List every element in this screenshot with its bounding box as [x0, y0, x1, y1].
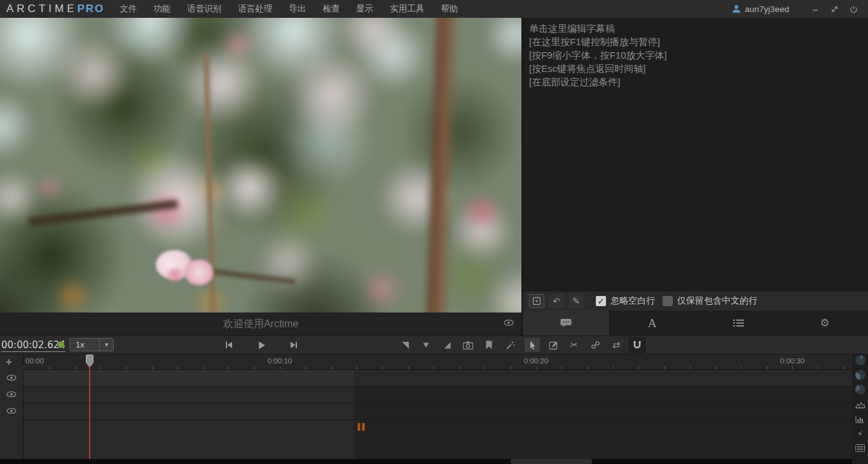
checkbox-checked[interactable]: ✓ — [596, 296, 606, 306]
screenshot-button[interactable] — [460, 337, 476, 353]
bar-chart-icon[interactable] — [855, 414, 865, 424]
swap-tool[interactable]: ⇄ — [608, 337, 624, 353]
pie-indicator-icon-3[interactable] — [855, 384, 865, 395]
minimize-button[interactable] — [808, 3, 822, 15]
subtitle-preview-bar: 欢迎使用Arctime — [0, 313, 521, 335]
add-track-button[interactable]: + — [6, 356, 12, 369]
pie-indicator-icon-2[interactable] — [855, 370, 865, 380]
import-text-button[interactable] — [529, 294, 544, 308]
ruler-tick — [715, 367, 716, 369]
menu-check[interactable]: 检查 — [322, 3, 340, 15]
scrollbar-thumb[interactable] — [511, 459, 592, 464]
menu-export[interactable]: 导出 — [289, 3, 306, 15]
editor-hint-line: [在这里按F1键控制播放与暂停] — [529, 35, 862, 48]
ruler-tick — [228, 367, 229, 369]
ruler-tick — [665, 367, 665, 369]
ruler-tick — [844, 367, 844, 369]
speech-bubble-icon — [560, 318, 572, 328]
playhead-line — [89, 365, 90, 459]
tab-settings[interactable]: ⚙ — [782, 311, 868, 335]
tab-subtitle-list[interactable] — [696, 311, 782, 335]
play-button[interactable] — [255, 339, 268, 351]
power-button[interactable] — [846, 3, 860, 15]
tab-style[interactable]: A — [609, 311, 696, 335]
subtitle-clip[interactable] — [357, 423, 361, 431]
playback-speed-select[interactable]: 1x ▾ — [69, 338, 114, 351]
ruler-tick — [24, 367, 24, 369]
menu-language-processing[interactable]: 语言处理 — [238, 3, 272, 15]
ruler-tick — [75, 367, 76, 369]
checkbox-label: 仅保留包含中文的行 — [677, 295, 757, 307]
checkbox-label: 忽略空白行 — [610, 295, 655, 307]
skip-to-start-button[interactable] — [223, 339, 235, 351]
fill-gap-tool[interactable] — [439, 337, 455, 353]
drop-down-tool[interactable] — [418, 337, 434, 353]
edit-subtitle-tool[interactable] — [545, 337, 561, 353]
skip-to-end-button[interactable] — [287, 339, 300, 351]
resize-button[interactable] — [827, 3, 841, 15]
ruler-tick — [613, 367, 614, 369]
editor-hint-line: [按F9缩小字体，按F10放大字体] — [529, 48, 862, 62]
undo-button[interactable]: ↶ — [549, 294, 564, 308]
ignore-blank-lines-option[interactable]: ✓ 忽略空白行 — [596, 295, 655, 307]
editor-toolbar: ↶ ✎ ✓ 忽略空白行 仅保留包含中文的行 — [523, 292, 868, 311]
menu-display[interactable]: 显示 — [356, 3, 373, 15]
ruler-time-label: 0:00:10 — [268, 357, 292, 365]
editor-hint-line: 单击这里编辑字幕稿 — [529, 22, 862, 35]
log-list-icon[interactable] — [855, 443, 865, 453]
pie-indicator-icon-1[interactable] — [855, 355, 865, 365]
select-tool[interactable] — [524, 337, 541, 353]
track-visibility-eye-icon[interactable] — [6, 374, 17, 381]
timeline-tracks[interactable] — [24, 370, 852, 459]
menu-file[interactable]: 文件 — [120, 3, 137, 15]
preview-visibility-eye-icon[interactable] — [504, 319, 514, 327]
subtitle-clip[interactable] — [362, 423, 365, 431]
menu-bar: 文件功能语音识别语言处理导出检查显示实用工具帮助 — [120, 3, 458, 15]
speed-value: 1x — [70, 340, 85, 349]
ruler-tick — [638, 367, 639, 369]
video-preview[interactable] — [0, 18, 521, 313]
ruler-tick — [741, 367, 741, 369]
menu-help[interactable]: 帮助 — [441, 3, 458, 15]
ruler-time-label: 00:00 — [25, 357, 44, 365]
track-divider — [24, 386, 852, 387]
lightning-icon[interactable]: ⚡ — [855, 428, 865, 439]
magic-wand-tool[interactable] — [502, 337, 518, 353]
chinese-only-option[interactable]: 仅保留包含中文的行 — [663, 295, 757, 307]
track-visibility-eye-icon[interactable] — [6, 391, 17, 398]
split-scissors-tool[interactable]: ✂ — [566, 337, 582, 353]
panel-tabs: A ⚙ — [523, 311, 868, 335]
ruler-tick — [177, 367, 178, 369]
ruler-tick — [459, 367, 460, 369]
horizontal-scrollbar[interactable] — [0, 459, 852, 464]
ruler-tick — [203, 367, 203, 369]
status-indicator — [57, 341, 64, 348]
tab-subtitle-script[interactable] — [523, 311, 609, 335]
list-icon — [733, 319, 744, 327]
magnet-snap-toggle[interactable] — [629, 337, 645, 353]
ruler-tick — [152, 367, 153, 369]
ruler-tick — [561, 367, 562, 369]
timeline-ruler[interactable]: 00:000:00:100:00:200:00:30 — [24, 355, 852, 370]
checkbox-unchecked[interactable] — [663, 296, 673, 306]
timecode-field[interactable]: 00:00:02.624 — [1, 339, 65, 352]
menu-features[interactable]: 功能 — [153, 3, 170, 15]
user-icon — [732, 4, 741, 13]
menu-utilities[interactable]: 实用工具 — [390, 3, 424, 15]
playback-controls — [223, 336, 300, 354]
chevron-down-icon[interactable]: ▾ — [99, 339, 113, 351]
timeline: + 00:000:00:100:00:200:00:30 — [0, 355, 868, 464]
link-tool[interactable] — [587, 337, 603, 353]
waveform-view-icon[interactable] — [855, 399, 865, 409]
subtitle-editor-panel: 单击这里编辑字幕稿[在这里按F1键控制播放与暂停][按F9缩小字体，按F10放大… — [521, 18, 868, 335]
ruler-tick — [767, 367, 768, 369]
track-visibility-eye-icon[interactable] — [6, 407, 17, 414]
editor-hint-line: [按Esc键将焦点返回时间轴] — [529, 62, 862, 75]
ruler-tick — [280, 367, 280, 369]
quick-drop-tool[interactable] — [397, 337, 413, 353]
bookmark-button[interactable] — [481, 337, 497, 353]
menu-speech-recognition[interactable]: 语音识别 — [187, 3, 221, 15]
subtitle-script-editor[interactable]: 单击这里编辑字幕稿[在这里按F1键控制播放与暂停][按F9缩小字体，按F10放大… — [523, 18, 868, 92]
edit-pencil-button[interactable]: ✎ — [568, 294, 584, 308]
ruler-tick — [408, 367, 409, 369]
